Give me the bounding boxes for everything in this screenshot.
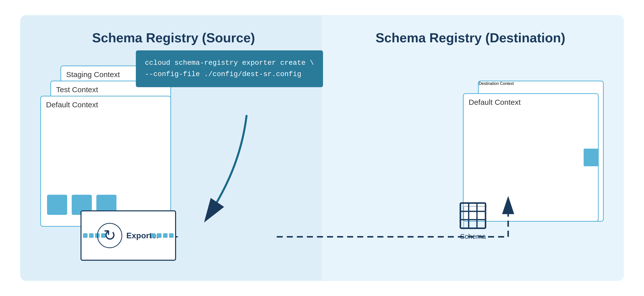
svg-rect-10 xyxy=(464,206,487,229)
dest-panel: Schema Registry (Destination) Destinatio… xyxy=(322,15,624,281)
schema-box-1 xyxy=(47,195,67,215)
main-container: Schema Registry (Source) Staging Context… xyxy=(0,0,644,296)
refresh-icon: ↻ xyxy=(103,228,116,243)
default-context-label: Default Context xyxy=(41,96,170,113)
dest-default-context-label: Default Context xyxy=(464,94,598,111)
dot-6 xyxy=(157,233,162,238)
dest-small-box xyxy=(584,149,599,166)
dot-1 xyxy=(83,233,88,238)
schema-grid-icon xyxy=(459,202,487,229)
dot-2 xyxy=(89,233,94,238)
schema-label: Schema xyxy=(460,233,486,241)
source-title: Schema Registry (Source) xyxy=(40,30,307,45)
schema-center: Schema xyxy=(459,202,487,241)
source-panel: Schema Registry (Source) Staging Context… xyxy=(20,15,322,281)
exporter-box: ↻ Exporter xyxy=(80,210,176,261)
code-line1: ccloud schema-registry exporter create \… xyxy=(145,57,314,80)
context-stack: Staging Context Test Context Default Con… xyxy=(40,65,171,212)
exporter-dots-right xyxy=(149,233,176,238)
code-tooltip: ccloud schema-registry exporter create \… xyxy=(136,50,323,87)
exporter-area: ↻ Exporter xyxy=(80,210,176,261)
dest-title: Schema Registry (Destination) xyxy=(337,30,604,45)
default-context-card: Default Context xyxy=(40,96,171,227)
dot-8 xyxy=(169,233,174,238)
exporter-circle: ↻ xyxy=(97,223,122,248)
dot-7 xyxy=(163,233,168,238)
dot-5 xyxy=(151,233,155,238)
destination-context-label: Destination Context xyxy=(479,81,603,86)
